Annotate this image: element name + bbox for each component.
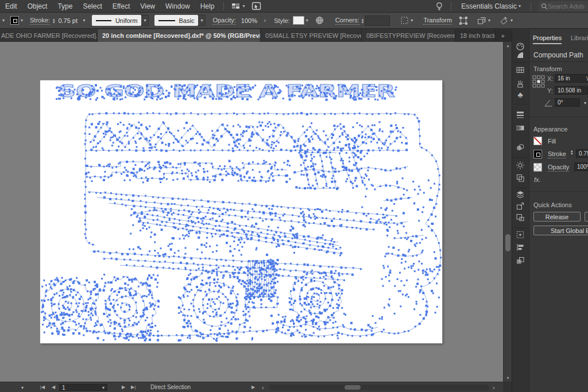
canvas-pasteboard[interactable]: SO GOD MADE A FARMER	[0, 42, 503, 382]
transparency-panel-icon[interactable]	[515, 142, 525, 153]
chevron-down-icon[interactable]: ▾	[102, 385, 105, 390]
tab-libraries[interactable]: Libraries	[571, 34, 588, 41]
menu-window[interactable]: Window	[160, 2, 195, 10]
layers-panel-icon[interactable]	[515, 189, 525, 200]
stroke-label[interactable]: Stroke:	[30, 17, 50, 25]
zoom-dropdown-icon[interactable]: ▾	[21, 385, 24, 390]
release-button[interactable]: Release	[533, 212, 581, 222]
shape-builder-icon[interactable]: ▾	[477, 17, 490, 25]
previous-artboard-icon[interactable]: ◀	[52, 385, 55, 390]
gradient-slider-icon[interactable]	[515, 123, 525, 133]
next-artboard-icon[interactable]: ▶	[122, 385, 125, 390]
lightbulb-icon[interactable]	[435, 2, 443, 11]
opacity-panel-link[interactable]: Opacity	[548, 164, 569, 172]
start-global-edit-button[interactable]: Start Global Edit	[533, 226, 588, 235]
brush-dropdown[interactable]: ▾	[198, 15, 206, 26]
align-panel-icon[interactable]	[515, 242, 525, 253]
artboard[interactable]: SO GOD MADE A FARMER	[40, 80, 442, 343]
play-icon[interactable]: ▶	[252, 385, 255, 390]
brush-definition-select[interactable]: Basic	[154, 15, 198, 26]
menu-separator	[451, 2, 451, 10]
fill-swatch[interactable]	[533, 137, 542, 145]
stroke-weight-stepper[interactable]: ▴▾	[571, 149, 573, 155]
horizontal-scroll-thumb[interactable]	[345, 385, 361, 390]
opacity-label[interactable]: Opacity:	[212, 17, 235, 25]
fx-button[interactable]: fx.	[534, 176, 541, 183]
chevron-down-icon[interactable]: ▾	[83, 18, 85, 23]
stroke-stepper[interactable]: ▴▾	[53, 18, 55, 24]
horizontal-scrollbar[interactable]	[269, 385, 489, 390]
stroke-weight-value[interactable]: 0.75 pt	[56, 15, 81, 26]
search-input[interactable]	[548, 3, 585, 10]
chevron-down-icon[interactable]: ▾	[306, 18, 308, 23]
last-artboard-icon[interactable]: ▶|	[131, 385, 136, 390]
menu-help[interactable]: Help	[195, 2, 220, 10]
opacity-field[interactable]	[574, 162, 588, 171]
scroll-right-icon[interactable]: ›	[493, 384, 495, 391]
current-tool-label: Direct Selection	[150, 384, 191, 390]
variable-width-profile-select[interactable]: Uniform	[92, 15, 141, 26]
y-value-field[interactable]	[555, 86, 588, 95]
tab-ohio-farmer[interactable]: ADE OHIO FARMER [Recovered].ai* ×	[0, 29, 98, 42]
rotate-dropdown-icon[interactable]: ▾	[584, 100, 586, 106]
menu-select[interactable]: Select	[78, 2, 107, 10]
opacity-swatch[interactable]	[533, 163, 542, 172]
symbols-panel-icon[interactable]: ♣	[515, 90, 525, 100]
arrange-documents-icon[interactable]: ▾	[231, 2, 245, 10]
corners-stepper[interactable]: ▴▾	[362, 18, 364, 24]
brushes-panel-icon[interactable]	[515, 79, 525, 89]
menu-effect[interactable]: Effect	[107, 2, 135, 10]
expander-arrow-icon[interactable]: ›	[264, 17, 266, 24]
menu-object[interactable]: Object	[22, 2, 53, 10]
appearance-panel-icon[interactable]	[515, 160, 525, 170]
recolor-artwork-icon[interactable]	[315, 16, 324, 25]
width-profile-dropdown[interactable]: ▾	[141, 15, 149, 26]
artboard-number-field[interactable]: 1 ▾	[59, 384, 107, 391]
free-transform-icon[interactable]	[459, 16, 468, 25]
scroll-down-icon[interactable]: ▾	[504, 375, 512, 381]
vertical-scrollbar[interactable]: ▴ ▾	[503, 42, 512, 382]
x-value-field[interactable]	[555, 74, 588, 83]
select-similar-icon[interactable]: ▾	[400, 16, 413, 25]
scroll-left-icon[interactable]: ‹	[262, 384, 264, 391]
tab-bifesty-preview[interactable]: 0BIFESTYPREVIEW [Recovered].ai* ×	[362, 29, 455, 42]
scroll-up-icon[interactable]: ▴	[504, 43, 512, 48]
fill-stroke-indicator-swatch[interactable]	[10, 16, 19, 25]
live-paint-icon[interactable]: ▾	[500, 17, 513, 25]
tab-small-etsy-preview[interactable]: 0SMALL ETSY PREVIEW [Recovered].ai* ×	[261, 29, 362, 42]
transform-link[interactable]: Transform	[423, 17, 452, 25]
graphic-styles-panel-icon[interactable]	[515, 173, 525, 183]
tab-20-inch-combine[interactable]: 20 inch combine [Recovered].dxf* @ 50% (…	[98, 29, 261, 42]
menu-view[interactable]: View	[135, 2, 160, 10]
first-artboard-icon[interactable]: |◀	[40, 385, 45, 390]
artboard-artwork[interactable]: SO GOD MADE A FARMER	[40, 80, 442, 343]
gradient-panel-icon[interactable]	[515, 50, 525, 60]
quick-action-button-2[interactable]	[585, 212, 588, 222]
tab-properties[interactable]: Properties	[533, 34, 562, 44]
tab-18-inch-tractor[interactable]: 18 inch tracto	[455, 29, 496, 42]
workspace-switcher[interactable]: Essentials Classic ▾	[455, 2, 527, 10]
export-panel-icon[interactable]	[515, 201, 525, 211]
opacity-value[interactable]: 100%	[239, 15, 261, 26]
menu-edit[interactable]: Edit	[0, 2, 22, 10]
stroke-weight-field[interactable]	[576, 149, 588, 158]
arrange-panel-icon[interactable]	[515, 255, 525, 266]
corners-label[interactable]: Corners:	[335, 17, 359, 25]
rotate-value-field[interactable]	[555, 98, 580, 107]
pattern-options-panel-icon[interactable]	[515, 230, 525, 240]
vertical-scroll-thumb[interactable]	[505, 234, 510, 251]
reference-point-grid[interactable]	[532, 75, 545, 88]
artboards-panel-icon[interactable]	[515, 212, 525, 223]
corners-value-field[interactable]	[365, 15, 390, 26]
adobe-stock-search[interactable]	[539, 1, 588, 11]
share-screen-icon[interactable]	[252, 2, 261, 10]
swatches-panel-icon[interactable]	[515, 65, 525, 75]
stroke-swatch[interactable]	[533, 150, 542, 158]
menu-type[interactable]: Type	[52, 2, 78, 10]
graphic-style-swatch[interactable]	[293, 16, 304, 25]
tab-overflow-chevrons[interactable]: »	[498, 29, 508, 42]
stroke-panel-link[interactable]: Stroke	[548, 150, 566, 158]
chevron-down-icon[interactable]: ▾	[21, 18, 23, 23]
stroke-panel-icon[interactable]	[515, 110, 525, 120]
collapse-chevron-icon[interactable]: ▾	[2, 18, 5, 23]
